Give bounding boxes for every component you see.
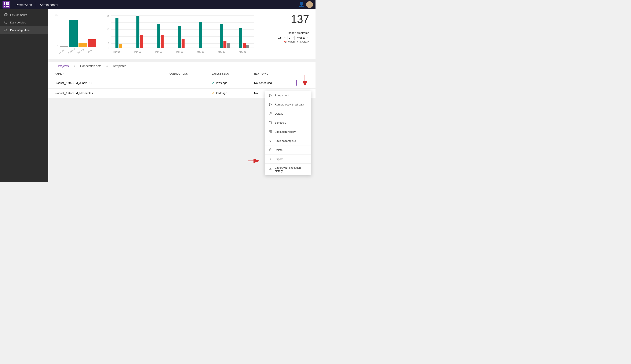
menu-execution-history-label: Execution history [275,130,296,134]
svg-marker-42 [269,103,271,106]
date-range-value: 5/19/2018 - 6/1/2018 [287,41,309,44]
chart-container: 100 0 [48,9,316,59]
sidebar-item-environments[interactable]: Environments [0,11,48,18]
col-latest-sync-header: Latest Sync [212,72,254,75]
col-connections-header: Connections [169,72,212,75]
menu-item-run-project-all[interactable]: Run project with all data [265,100,311,109]
menu-item-schedule[interactable]: Schedule [265,118,311,127]
svg-rect-21 [178,26,181,48]
tab-dot-2 [106,66,108,67]
details-icon [268,112,272,116]
top-nav: PowerApps Admin center 👤 [0,0,316,9]
save-template-icon [268,139,272,143]
grid-icon [268,130,272,134]
main-content: 100 0 [48,9,316,182]
red-arrow-right [248,158,260,165]
tabs-section: Projects Connection sets Templates [48,62,316,70]
tab-connection-sets[interactable]: Connection sets [77,62,105,70]
menu-item-export[interactable]: Export [265,154,311,164]
success-icon: ✓ [212,80,215,85]
tab-connection-sets-label: Connection sets [80,64,101,68]
table-row: Product_AXtoCRM_June2018 ✓ 2 wk ago Not … [48,77,316,88]
menu-item-execution-history[interactable]: Execution history [265,127,311,136]
menu-run-project-all-label: Run project with all data [275,103,304,106]
svg-text:May 25: May 25 [176,51,183,53]
col-name-header: Name ⌃ [55,72,169,75]
col-name-label: Name [55,72,62,75]
col-next-sync-header: Next Sync [254,72,296,75]
svg-text:15: 15 [107,14,109,17]
svg-rect-19 [157,24,160,48]
menu-item-details[interactable]: Details [265,109,311,118]
value-select[interactable]: 2 [287,36,294,40]
menu-item-save-template[interactable]: Save as template [265,136,311,146]
chart-svg: 15 10 5 0 [105,14,254,56]
warning-bar [79,43,87,47]
svg-rect-56 [269,149,271,151]
svg-line-43 [269,112,271,114]
avatar[interactable] [306,1,313,8]
svg-rect-27 [239,28,242,48]
timeframe-controls: Last 2 Weeks [276,36,309,40]
svg-rect-24 [220,24,223,48]
label-error: Error [86,48,94,54]
svg-rect-28 [243,43,246,48]
play-all-icon [268,102,272,106]
unit-select-wrap[interactable]: Weeks [296,36,309,40]
svg-point-4 [6,29,7,30]
menu-item-delete[interactable]: Delete [265,146,311,154]
sidebar-data-policies-label: Data policies [10,21,26,24]
main-chart: 15 10 5 0 [105,14,254,57]
tab-projects-label: Projects [58,64,69,68]
menu-item-export-history[interactable]: Export with execution history [265,164,311,175]
svg-marker-41 [269,94,271,96]
sidebar-item-data-policies[interactable]: Data policies [0,18,48,26]
menu-schedule-label: Schedule [275,121,286,124]
warning-icon: ⚠ [212,91,215,95]
error-bar [88,39,96,47]
waffle-icon [4,2,9,7]
context-menu: Run project Run project with all data De… [265,91,311,175]
menu-item-run-project[interactable]: Run project [265,91,311,100]
svg-rect-25 [223,41,226,48]
svg-rect-52 [270,130,271,132]
svg-rect-16 [119,44,122,48]
svg-point-3 [5,29,6,30]
tab-projects[interactable]: Projects [55,62,72,70]
date-range: 📅 5/19/2018 - 6/1/2018 [284,41,309,44]
svg-rect-49 [270,122,270,123]
menu-run-project-label: Run project [275,94,289,97]
trash-icon [268,148,272,152]
label-warning: Warning [77,48,85,54]
table-header: Name ⌃ Connections Latest Sync Next Sync [48,70,316,77]
last-select[interactable]: Last [276,36,286,40]
chart-right-panel: 137 Report timeframe Last 2 [263,14,309,44]
nav-divider [36,2,36,7]
row2-sync-time: 2 wk ago [216,92,227,95]
tab-templates[interactable]: Templates [109,62,130,70]
svg-text:May 29: May 29 [218,51,225,53]
metric-number: 137 [291,14,309,24]
red-arrow-down [302,75,308,87]
svg-rect-20 [161,35,164,48]
menu-save-template-label: Save as template [275,139,296,142]
svg-text:10: 10 [107,28,109,31]
svg-rect-48 [269,122,270,123]
svg-text:May 21: May 21 [134,51,141,53]
svg-text:May 31: May 31 [239,51,246,53]
chart-area: 100 0 [48,9,316,57]
report-timeframe-label: Report timeframe [288,31,309,34]
completed-bar [69,20,78,47]
unit-select[interactable]: Weeks [296,36,309,40]
svg-rect-15 [115,18,118,48]
value-select-wrap[interactable]: 2 [287,36,294,40]
calendar-icon [268,121,272,124]
sidebar-item-data-integration[interactable]: Data integration [0,26,48,34]
user-icon[interactable]: 👤 [298,2,304,8]
last-select-wrap[interactable]: Last [276,36,286,40]
row2-latest-sync: ⚠ 2 wk ago [212,91,254,95]
tab-templates-label: Templates [113,64,126,68]
app-name: PowerApps [12,3,35,6]
menu-export-history-label: Export with execution history [275,166,308,172]
app-launcher-button[interactable] [3,1,10,8]
